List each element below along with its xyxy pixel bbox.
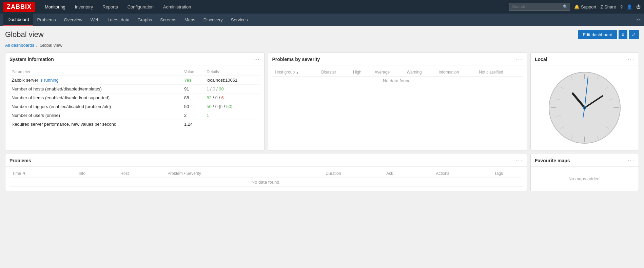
system-info-content: Parameter Value Details Zabbix server is… [5,65,264,131]
value-cell: 91 [182,85,204,94]
support-icon: 🔔 [574,4,580,9]
help-icon[interactable]: ? [620,4,623,9]
problems-widget: Problems ··· Time ▼ Info Host Problem • … [5,154,527,191]
nav-web[interactable]: Web [86,14,104,26]
prob-col-tags: Tags [475,169,523,178]
breadcrumb-separator: / [36,43,38,48]
problems-severity-content: Host group Disaster High Average Warning… [268,65,527,88]
user-label: kk [637,17,641,22]
problems-table: Time ▼ Info Host Problem • Severity Dura… [9,169,523,187]
problems-header: Problems ··· [5,154,527,167]
local-clock-menu-button[interactable]: ··· [628,56,635,62]
nav-dashboard[interactable]: Dashboard [3,14,33,26]
nav-problems[interactable]: Problems [33,14,60,26]
top-nav-monitoring[interactable]: Monitoring [40,0,70,14]
system-info-table: Parameter Value Details Zabbix server is… [9,68,260,128]
severity-col-average: Average [372,68,404,77]
page-header-actions: Edit dashboard ≡ ⤢ [578,30,639,39]
nav-screens[interactable]: Screens [156,14,180,26]
problems-severity-header: Problems by severity ··· [268,53,527,65]
table-row: Number of items (enabled/disabled/not su… [9,94,260,102]
nav-latest-data[interactable]: Latest data [103,14,133,26]
breadcrumb: All dashboards / Global view [5,43,639,48]
col-parameter: Parameter [9,68,182,76]
value-cell: 1.24 [182,120,204,129]
value-cell: 2 [182,111,204,120]
system-info-menu-button[interactable]: ··· [253,56,260,62]
param-cell: Required server performance, new values … [9,120,182,129]
top-nav: ZABBIX Monitoring Inventory Reports Conf… [0,0,644,14]
severity-no-data: No data found. [272,77,523,85]
main-content: Global view Edit dashboard ≡ ⤢ All dashb… [0,26,644,256]
top-nav-configuration[interactable]: Configuration [123,0,158,14]
fav-maps-title: Favourite maps [535,158,570,163]
page-title: Global view [5,30,578,39]
severity-col-information: Information [436,68,476,77]
table-row: Number of users (online)21 [9,111,260,120]
power-icon[interactable]: ⏻ [636,4,641,9]
dashboard-menu-button[interactable]: ≡ [619,30,627,39]
system-info-header: System information ··· [5,53,264,65]
top-nav-items: Monitoring Inventory Reports Configurati… [40,0,509,14]
table-row: Zabbix server is runningYeslocalhost:100… [9,76,260,85]
nav-graphs[interactable]: Graphs [134,14,156,26]
value-cell: 50 [182,102,204,111]
dashboard-expand-button[interactable]: ⤢ [629,30,639,39]
local-clock-header: Local ··· [531,53,639,65]
search-icon: 🔍 [563,4,568,9]
fav-maps-menu-button[interactable]: ··· [628,158,635,164]
edit-dashboard-button[interactable]: Edit dashboard [578,30,617,39]
user-icon[interactable]: 👤 [627,4,632,9]
fav-maps-no-data: No maps added. [535,169,635,188]
col-value: Value [182,68,204,76]
severity-col-warning: Warning [404,68,436,77]
param-cell: Number of triggers (enabled/disabled [pr… [9,102,182,111]
top-nav-administration[interactable]: Administration [158,0,196,14]
problems-no-data-row: No data found. [9,178,523,187]
severity-col-not-classified: Not classified [476,68,523,77]
support-link[interactable]: 🔔 Support [574,4,596,9]
top-nav-inventory[interactable]: Inventory [70,0,98,14]
problems-severity-menu-button[interactable]: ··· [516,56,523,62]
logo[interactable]: ZABBIX [3,2,35,12]
search-input[interactable] [512,4,563,9]
details-cell: 1 [204,111,260,120]
severity-col-disaster: Disaster [318,68,350,77]
severity-no-data-row: No data found. [272,77,523,85]
dashboard-grid: System information ··· Parameter Value D… [5,53,639,191]
value-cell: Yes [182,76,204,85]
table-row: Required server performance, new values … [9,120,260,129]
top-nav-right: 🔍 🔔 Support Z Share ? 👤 ⏻ [509,3,641,11]
problems-no-data: No data found. [9,178,523,187]
system-info-widget: System information ··· Parameter Value D… [5,53,265,150]
nav-discovery[interactable]: Discovery [199,14,227,26]
details-cell: 1 / 0 / 90 [204,85,260,94]
prob-col-ack: Ack [369,169,411,178]
top-nav-reports[interactable]: Reports [98,0,123,14]
prob-col-time[interactable]: Time ▼ [9,169,76,178]
page-header: Global view Edit dashboard ≡ ⤢ [5,30,639,39]
breadcrumb-all-dashboards[interactable]: All dashboards [5,43,34,48]
problems-title: Problems [9,158,31,163]
severity-col-hostgroup[interactable]: Host group [272,68,319,77]
breadcrumb-current: Global view [40,43,62,48]
fav-maps-header: Favourite maps ··· [531,154,639,167]
local-clock-widget: Local ··· [530,53,639,150]
clock-face [547,70,622,145]
problems-by-severity-widget: Problems by severity ··· Host group Disa… [268,53,527,150]
system-info-title: System information [9,57,54,62]
share-link[interactable]: Z Share [600,4,616,9]
problems-menu-button[interactable]: ··· [516,158,523,164]
search-box[interactable]: 🔍 [509,3,570,11]
svg-point-21 [584,107,586,109]
nav-services[interactable]: Services [227,14,252,26]
details-cell: localhost:10051 [204,76,260,85]
param-cell: Number of hosts (enabled/disabled/templa… [9,85,182,94]
details-cell: 82 / 0 / 6 [204,94,260,102]
problems-content: Time ▼ Info Host Problem • Severity Dura… [5,167,527,189]
param-cell: Zabbix server is running [9,76,182,85]
nav-maps[interactable]: Maps [180,14,199,26]
prob-col-problem: Problem • Severity [165,169,298,178]
details-cell [204,120,260,129]
nav-overview[interactable]: Overview [60,14,86,26]
